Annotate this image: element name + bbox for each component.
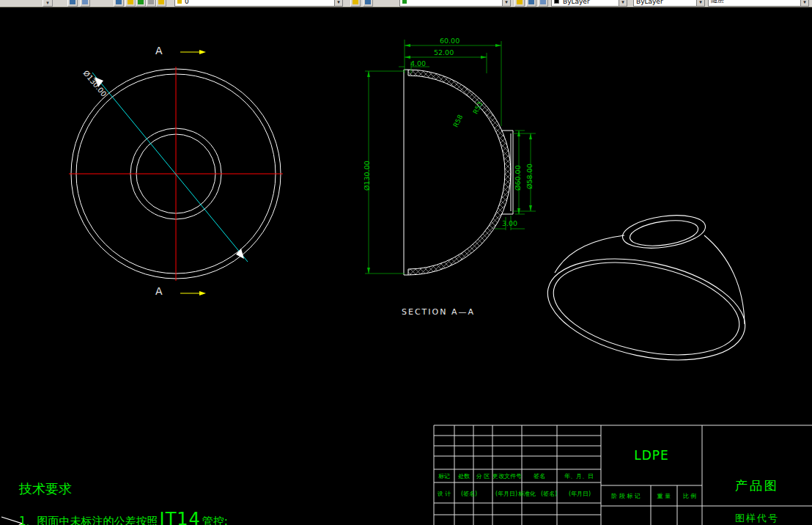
dim-60: 60.00	[440, 37, 459, 45]
drawing-title: 产品图	[702, 477, 812, 494]
layer-states-icon[interactable]	[136, 0, 146, 7]
layer-previous-icon[interactable]	[363, 0, 373, 7]
style-combo-icon	[402, 0, 407, 4]
section-view-geometry	[404, 70, 513, 275]
dim-4: 4.00	[410, 59, 426, 67]
drawing-code-label: 图样代号	[702, 512, 812, 525]
lineweight-combo[interactable]: 随层 ▾	[708, 0, 809, 7]
linetype-combo[interactable]: ByLayer ▾	[633, 0, 705, 7]
layer-combo[interactable]: 0 ▾	[174, 0, 343, 7]
cad-application-window: ▾ 0 ▾ ▾ ByLayer ▾ ByLayer ▾	[0, 0, 812, 525]
section-view-title: SECTION A—A	[402, 307, 475, 317]
undo-tool-icon[interactable]	[114, 0, 124, 7]
toolbar-overflow-arrow-icon[interactable]: ▾	[43, 0, 53, 7]
section-dimension-lines	[365, 40, 536, 273]
tb-header-mark: 标记	[438, 472, 450, 480]
dim-d58: Ø58.00	[525, 164, 534, 189]
layers-dialog-icon[interactable]	[125, 0, 136, 7]
linetype-combo-arrow-icon[interactable]: ▾	[696, 0, 704, 6]
tb-weight-label: 重 量	[657, 492, 671, 500]
dim-52: 52.00	[434, 48, 454, 56]
tb-header-signature: 签名	[534, 472, 545, 480]
note-1-text: 1、图面中未标注的公差按照	[19, 515, 158, 525]
tb-header-date: 年、月、日	[564, 472, 594, 480]
tb-designer-label: 设 计	[438, 490, 451, 498]
dim-3: 3.00	[502, 219, 517, 227]
tech-requirements-heading: 技术要求	[19, 480, 72, 498]
match-properties-icon[interactable]	[514, 0, 525, 7]
tb-header-change-file: 更改文件号	[492, 472, 522, 480]
tech-requirement-item-1: 1、图面中未标注的公差按照 IT14 管控:	[19, 509, 228, 525]
style-combo[interactable]: ▾	[399, 0, 511, 7]
color-combo[interactable]: ByLayer ▾	[551, 0, 627, 7]
section-marker-a-top: A	[155, 45, 163, 56]
linetype-combo-value: ByLayer	[634, 0, 696, 6]
style-combo-arrow-icon[interactable]: ▾	[502, 0, 510, 6]
top-toolbar: ▾ 0 ▾ ▾ ByLayer ▾ ByLayer ▾	[0, 0, 812, 7]
dim-d130: Ø130.00	[363, 161, 371, 191]
drawing-canvas[interactable]: Ø130.00 A A 60.00 52.00 4.00 Ø130.00 Ø60…	[0, 7, 812, 525]
dim-d60: Ø60.00	[514, 165, 522, 191]
copy-tool-icon[interactable]	[67, 0, 78, 7]
tb-designer-signature: (签名)	[461, 490, 477, 498]
layer-combo-arrow-icon[interactable]: ▾	[334, 0, 342, 6]
color-combo-value: ByLayer	[561, 0, 619, 6]
current-color-swatch-icon	[554, 0, 559, 4]
tb-stage-mark-label: 阶 段 标 记	[611, 492, 641, 500]
make-layer-current-icon[interactable]	[350, 0, 361, 7]
color-picker-icon[interactable]	[538, 0, 548, 7]
section-marker-a-bottom: A	[155, 285, 163, 297]
layer-combo-value: 0	[182, 0, 334, 6]
tb-header-count: 处数	[458, 472, 470, 480]
tb-standardization-label: 标准化	[518, 490, 536, 498]
properties-dialog-icon[interactable]	[526, 0, 536, 7]
style-combo-value	[407, 5, 502, 6]
note-1-tolerance-code: IT14	[158, 509, 202, 525]
iso-view-geometry	[539, 210, 755, 376]
tb-scale-label: 比 例	[683, 492, 697, 500]
tb-standardization-date: (年月日)	[569, 490, 591, 498]
lineweight-combo-value: 随层	[709, 0, 800, 6]
tb-standardization-signature: (签名)	[541, 490, 557, 498]
layer-freeze-icon[interactable]	[146, 0, 156, 7]
paste-tool-icon[interactable]	[80, 0, 90, 7]
layer-on-icon	[177, 0, 182, 4]
material-label: LDPE	[601, 448, 702, 463]
lineweight-combo-arrow-icon[interactable]: ▾	[800, 0, 808, 6]
tb-designer-date: (年月日)	[495, 490, 517, 498]
tb-header-zone: 分 区	[476, 472, 490, 480]
layer-lock-icon[interactable]	[156, 0, 166, 7]
color-combo-arrow-icon[interactable]: ▾	[619, 0, 627, 6]
title-block-grid	[434, 425, 812, 525]
note-1-suffix: 管控:	[202, 515, 228, 525]
